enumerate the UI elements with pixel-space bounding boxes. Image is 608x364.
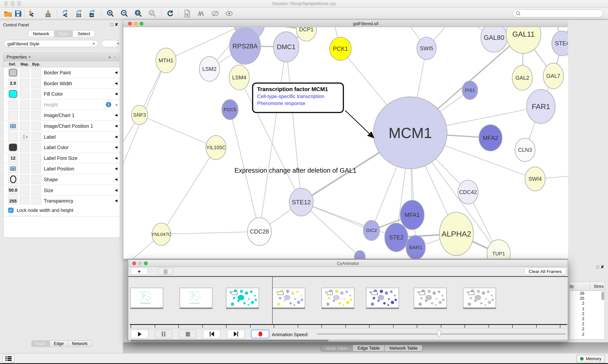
tab-network[interactable]: Network — [28, 30, 54, 37]
status-menu-button[interactable] — [2, 355, 14, 363]
float-icon[interactable]: □ — [111, 22, 115, 27]
network-edge[interactable] — [286, 47, 301, 202]
network-node-swi4[interactable]: SWI4 — [525, 167, 545, 191]
zoom-fit-icon[interactable] — [133, 9, 143, 18]
map-cell[interactable] — [20, 164, 29, 173]
network-node-snf3[interactable]: SNF3 — [131, 105, 148, 125]
network-node-swi5[interactable]: SWI5 — [417, 37, 436, 60]
pause-button[interactable] — [155, 329, 173, 338]
tab-edge-table[interactable]: Edge Table — [352, 345, 385, 351]
network-node-lsm2[interactable]: LSM2 — [199, 57, 220, 81]
bottom-tab-edge[interactable]: Edge — [50, 341, 68, 347]
default-value[interactable]: 255 — [9, 198, 17, 203]
collapse-arrow-icon[interactable]: ◀ — [115, 113, 117, 117]
byp-cell[interactable] — [31, 164, 41, 173]
property-row-label-color[interactable]: Label Color◀ — [3, 142, 120, 153]
property-row-label-font-size[interactable]: 12Label Font Size◀ — [3, 153, 120, 164]
memory-button[interactable]: Memory — [577, 355, 605, 363]
network-window-titlebar[interactable]: galFiltered.sif — [123, 20, 608, 27]
bottom-tab-network[interactable]: Network — [68, 341, 91, 347]
network-node-gic2[interactable]: GIC2 — [363, 220, 380, 240]
def-cell[interactable] — [8, 143, 18, 152]
open-session-icon[interactable] — [3, 9, 13, 18]
table-row[interactable]: 26 — [570, 291, 605, 296]
network-node-ste12[interactable]: STE12 — [289, 188, 313, 216]
table-row[interactable]: 2 — [570, 311, 605, 316]
network-node-cdc28[interactable]: CDC28 — [247, 218, 271, 246]
hide-details-icon[interactable] — [210, 9, 220, 18]
property-row-border-paint[interactable]: Border Paint◀ — [3, 67, 120, 78]
style-selector[interactable]: galFiltered Style ▾ — [4, 40, 98, 47]
network-node-pis1[interactable]: PIS1 — [462, 81, 478, 100]
network-node-mfa1[interactable]: MFA1 — [400, 200, 424, 230]
network-node-cdc42[interactable]: CDC42 — [458, 180, 478, 204]
network-node-node37[interactable] — [354, 250, 365, 259]
timeline-playhead[interactable] — [272, 277, 273, 325]
def-cell[interactable] — [8, 68, 18, 77]
table-row[interactable]: 2 — [570, 316, 605, 322]
network-node-far1[interactable]: FAR1 — [527, 90, 555, 124]
play-button[interactable] — [131, 329, 149, 338]
map-cell[interactable] — [20, 68, 29, 77]
default-value-swatch[interactable] — [9, 90, 17, 98]
add-frame-button[interactable]: + — [131, 268, 148, 275]
skip-to-end-button[interactable] — [227, 329, 245, 338]
timeline-scrollbar[interactable] — [128, 340, 568, 341]
network-edge[interactable] — [301, 202, 396, 237]
map-cell[interactable] — [20, 186, 29, 195]
map-cell[interactable] — [20, 196, 29, 205]
collapse-arrow-icon[interactable]: ◀ — [115, 188, 117, 192]
position-icon[interactable] — [10, 123, 16, 129]
timeline-frame-2[interactable] — [226, 288, 259, 308]
network-edge[interactable] — [161, 232, 260, 234]
search-input[interactable] — [521, 11, 594, 16]
property-row-image-chart-1[interactable]: Image/Chart 1◀ — [3, 110, 120, 121]
byp-cell[interactable] — [31, 90, 41, 98]
byp-cell[interactable] — [31, 175, 41, 184]
map-cell[interactable] — [20, 79, 29, 88]
map-cell[interactable]: ⋮› — [20, 132, 29, 141]
network-edge[interactable] — [161, 147, 216, 234]
network-edge[interactable] — [259, 47, 286, 232]
collapse-arrow-icon[interactable]: ◀ — [115, 167, 117, 170]
byp-cell[interactable] — [31, 79, 41, 88]
table-row[interactable]: 2 — [570, 326, 605, 332]
network-node-mth1[interactable]: MTH1 — [156, 48, 176, 73]
table-scrollbar[interactable] — [601, 292, 604, 336]
timeline-frame-1[interactable] — [180, 288, 212, 308]
record-button[interactable] — [251, 329, 269, 338]
property-row-shape[interactable]: Shape◀ — [3, 174, 120, 185]
tab-network-table[interactable]: Network Table — [385, 345, 422, 351]
default-value-swatch[interactable] — [9, 144, 17, 151]
def-cell[interactable] — [8, 132, 18, 141]
collapse-arrow-icon[interactable]: ◀ — [115, 71, 117, 74]
collapse-arrow-icon[interactable]: ◀ — [115, 135, 117, 138]
import-table-icon[interactable] — [43, 9, 53, 18]
network-node-bar1[interactable]: BAR1 — [406, 235, 425, 259]
property-row-label-position[interactable]: Label Position◀ — [3, 164, 120, 174]
delete-frame-button[interactable] — [158, 268, 173, 275]
show-details-icon[interactable] — [224, 9, 234, 18]
collapse-arrow-icon[interactable]: ◀ — [115, 103, 117, 106]
network-node-gal11[interactable]: GAL11 — [506, 27, 541, 53]
def-cell[interactable]: 2.0 — [8, 79, 18, 88]
timeline-frame-3[interactable] — [272, 288, 305, 308]
search-network-icon[interactable] — [196, 9, 206, 18]
import-network-icon[interactable] — [27, 9, 37, 18]
expand-all-icon[interactable]: » — [109, 54, 112, 59]
byp-cell[interactable] — [31, 196, 41, 205]
tab-style[interactable]: Style — [54, 30, 73, 37]
byp-cell[interactable] — [31, 111, 41, 120]
network-node-ste2[interactable]: STE2 — [385, 223, 408, 252]
column-header-ity[interactable]: ity — [570, 284, 574, 288]
table-row[interactable]: 2 — [570, 322, 605, 326]
property-row-image-chart-position-1[interactable]: Image/Chart Position 1◀ — [3, 121, 120, 131]
collapse-arrow-icon[interactable]: ◀ — [115, 124, 117, 128]
network-edge[interactable] — [140, 115, 216, 147]
network-node-pdc5[interactable]: PDC5 — [222, 99, 238, 119]
property-row-size[interactable]: 50.0Size◀ — [3, 185, 120, 195]
network-node-cln3[interactable]: CLN3 — [515, 138, 535, 161]
control-panel-window-buttons[interactable]: □✘ — [111, 22, 120, 27]
lock-size-checkbox[interactable]: ✓ — [8, 207, 14, 213]
save-session-icon[interactable] — [13, 9, 23, 18]
